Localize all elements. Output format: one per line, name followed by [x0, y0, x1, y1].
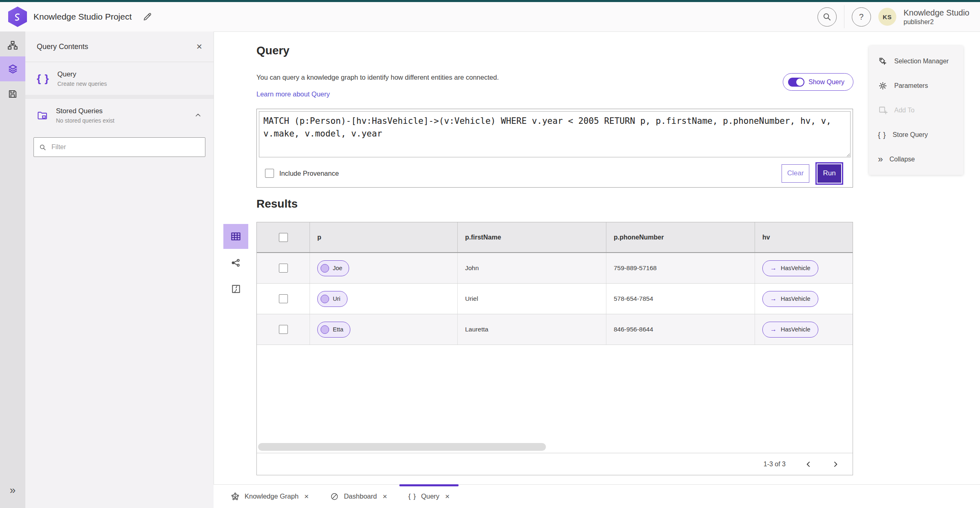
row-checkbox[interactable] [279, 325, 288, 334]
parameters-label: Parameters [894, 82, 928, 90]
node-label: Uri [333, 295, 341, 302]
edge-pill[interactable]: →HasVehicle [762, 260, 818, 276]
close-tab-icon[interactable]: × [304, 492, 309, 501]
collapse-item[interactable]: » Collapse [869, 147, 963, 172]
dashboard-gauge-icon [330, 492, 339, 501]
search-button[interactable] [817, 7, 837, 27]
cell-firstname: John [458, 253, 606, 283]
sidebar-item-stored-queries[interactable]: Stored Queries No stored queries exist [25, 99, 214, 132]
rail-item-query-contents[interactable] [0, 56, 25, 81]
user-avatar[interactable]: KS [878, 8, 896, 26]
selection-manager-item[interactable]: Selection Manager [869, 49, 963, 74]
query-editor-footer: Include Provenance Clear Run [257, 159, 853, 187]
layers-icon [7, 63, 18, 74]
filter-field[interactable] [33, 137, 205, 157]
node-label: Etta [333, 326, 343, 333]
table-row: Etta Lauretta 846-956-8644 →HasVehicle [257, 314, 853, 345]
tab-label: Query [421, 492, 439, 500]
rail-item-saved[interactable] [0, 81, 25, 106]
cell-firstname: Lauretta [458, 314, 606, 345]
toggle-switch-icon[interactable] [788, 78, 804, 87]
sidebar-item-query[interactable]: { } Query Create new queries [25, 62, 214, 95]
tab-query[interactable]: { } Query × [398, 485, 460, 508]
table-view-button[interactable] [223, 224, 248, 249]
include-provenance-checkbox[interactable] [265, 169, 274, 178]
node-pill[interactable]: Etta [317, 322, 350, 338]
edge-label: HasVehicle [781, 326, 811, 333]
store-query-item[interactable]: { } Store Query [869, 123, 963, 147]
arrow-right-icon: → [770, 326, 777, 333]
map-view-icon [231, 284, 241, 294]
node-pill[interactable]: Uri [317, 291, 347, 307]
graph-view-button[interactable] [223, 250, 248, 275]
learn-more-link[interactable]: Learn more about Query [256, 90, 330, 98]
edge-label: HasVehicle [781, 265, 811, 271]
add-to-label: Add To [894, 107, 915, 114]
query-input[interactable]: MATCH (p:Person)-[hv:HasVehicle]->(v:Veh… [259, 111, 851, 157]
map-view-button[interactable] [223, 276, 248, 301]
query-description: You can query a knowledge graph to ident… [256, 74, 499, 81]
run-button[interactable]: Run [817, 164, 841, 183]
user-info: Knowledge Studio publisher2 [904, 8, 969, 26]
query-item-subtitle: Create new queries [57, 81, 107, 87]
rail-item-hierarchy[interactable] [0, 33, 25, 58]
node-pill[interactable]: Joe [317, 260, 349, 276]
user-product-name: Knowledge Studio [904, 8, 969, 18]
tab-label: Dashboard [344, 492, 377, 500]
tab-knowledge-graph[interactable]: Knowledge Graph × [220, 485, 319, 508]
column-header-phonenumber[interactable]: p.phoneNumber [606, 222, 755, 252]
filter-input[interactable] [51, 143, 200, 151]
pagination-label: 1-3 of 3 [764, 461, 786, 468]
app-logo-icon [8, 7, 27, 27]
results-table: p p.firstName p.phoneNumber hv Joe John … [256, 222, 853, 475]
prev-page-button[interactable] [804, 460, 813, 468]
chevron-up-icon[interactable] [194, 111, 202, 119]
header-divider [844, 5, 844, 28]
query-item-title: Query [57, 70, 107, 78]
next-page-button[interactable] [831, 460, 840, 468]
rail-expand-icon[interactable]: » [0, 484, 25, 497]
node-dot-icon [321, 325, 329, 334]
help-button[interactable]: ? [852, 7, 871, 27]
table-row: Uri Uriel 578-654-7854 →HasVehicle [257, 284, 853, 314]
table-view-icon [230, 231, 241, 242]
save-icon [7, 89, 18, 99]
column-header-firstname[interactable]: p.firstName [458, 222, 606, 252]
horizontal-scrollbar[interactable] [258, 443, 546, 451]
column-header-hv[interactable]: hv [755, 222, 853, 252]
project-title: Knowledge Studio Project [33, 12, 132, 22]
edit-title-icon[interactable] [143, 12, 152, 22]
close-tab-icon[interactable]: × [445, 492, 450, 501]
stored-queries-folder-icon [37, 110, 48, 121]
column-header-p[interactable]: p [310, 222, 458, 252]
left-icon-rail: » [0, 31, 26, 508]
tab-dashboard[interactable]: Dashboard × [319, 485, 398, 508]
edge-pill[interactable]: →HasVehicle [762, 322, 818, 338]
braces-icon: { } [878, 131, 886, 139]
app-window: Knowledge Studio Project ? KS Knowledge … [0, 0, 980, 508]
close-tab-icon[interactable]: × [383, 492, 387, 501]
cell-phonenumber: 759-889-57168 [606, 253, 755, 283]
help-icon: ? [859, 12, 864, 22]
parameters-item[interactable]: Parameters [869, 74, 963, 98]
show-query-toggle[interactable]: Show Query [783, 73, 853, 91]
add-to-icon [878, 105, 888, 115]
add-to-item: Add To [869, 98, 963, 123]
select-all-checkbox[interactable] [279, 233, 288, 242]
cell-firstname: Uriel [458, 284, 606, 314]
filter-search-icon [39, 143, 47, 151]
row-checkbox[interactable] [279, 294, 288, 303]
sitemap-icon [7, 40, 18, 51]
graph-view-icon [231, 257, 241, 268]
table-row: Joe John 759-889-57168 →HasVehicle [257, 253, 853, 284]
edge-pill[interactable]: →HasVehicle [762, 291, 818, 307]
knowledge-graph-icon [231, 492, 240, 501]
chevron-left-icon [804, 460, 813, 468]
stored-queries-title: Stored Queries [56, 107, 114, 115]
double-chevron-icon: » [878, 155, 883, 164]
close-panel-icon[interactable]: × [196, 42, 202, 51]
selection-manager-label: Selection Manager [894, 58, 949, 65]
clear-button[interactable]: Clear [782, 164, 809, 183]
arrow-right-icon: → [770, 264, 777, 272]
row-checkbox[interactable] [279, 264, 288, 273]
